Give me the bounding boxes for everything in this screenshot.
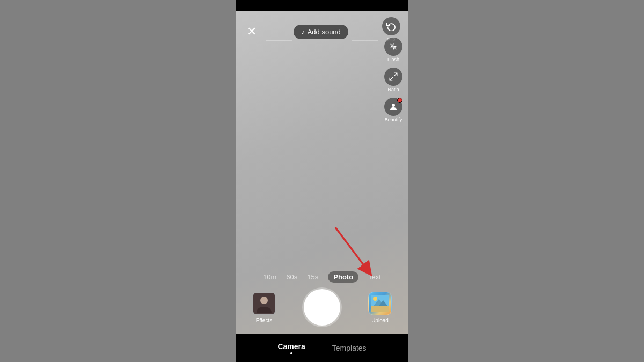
nav-active-dot <box>290 352 292 354</box>
upload-label: Upload <box>371 317 389 323</box>
upload-icon <box>368 292 392 315</box>
right-controls: Flash Ratio <box>384 38 402 127</box>
effects-thumbnail <box>252 292 276 315</box>
upload-button[interactable]: Upload <box>368 292 392 323</box>
mode-selector: 10m 60s 15s Photo Text <box>236 266 408 289</box>
beautify-label: Beautify <box>385 117 402 122</box>
camera-controls-row: Effects <box>236 289 408 334</box>
mode-10m[interactable]: 10m <box>263 273 276 281</box>
svg-line-3 <box>390 78 392 80</box>
camera-viewfinder: ✕ ♪ Add sound Flip <box>236 11 408 334</box>
ratio-icon <box>384 68 402 86</box>
effects-button[interactable]: Effects <box>252 292 276 323</box>
close-icon: ✕ <box>247 26 257 38</box>
camera-top-bar: ✕ ♪ Add sound Flip <box>236 11 408 50</box>
mode-photo[interactable]: Photo <box>328 271 358 283</box>
mode-15s[interactable]: 15s <box>307 273 318 281</box>
nav-camera-label: Camera <box>277 342 305 351</box>
flash-icon <box>384 38 402 56</box>
mode-text[interactable]: Text <box>368 273 381 281</box>
flip-icon <box>382 17 400 35</box>
svg-point-4 <box>392 104 395 107</box>
svg-point-8 <box>260 297 268 304</box>
svg-point-14 <box>373 297 377 301</box>
bottom-navigation: Camera Templates <box>236 334 408 362</box>
add-sound-button[interactable]: ♪ Add sound <box>294 25 348 39</box>
add-sound-label: Add sound <box>308 28 341 36</box>
flash-button[interactable]: Flash <box>384 38 402 62</box>
phone-container: ✕ ♪ Add sound Flip <box>236 0 408 362</box>
camera-bottom-controls: 10m 60s 15s Photo Text <box>236 266 408 334</box>
beautify-icon <box>384 98 402 116</box>
beautify-active-dot <box>397 98 402 103</box>
flash-label: Flash <box>387 57 399 62</box>
nav-templates[interactable]: Templates <box>332 344 367 352</box>
effects-label: Effects <box>256 317 272 323</box>
music-note-icon: ♪ <box>301 28 305 36</box>
svg-line-2 <box>394 73 397 76</box>
ratio-button[interactable]: Ratio <box>384 68 402 92</box>
shutter-button[interactable] <box>304 289 340 326</box>
beautify-button[interactable]: Beautify <box>384 98 402 122</box>
nav-camera[interactable]: Camera <box>277 342 305 354</box>
mode-60s[interactable]: 60s <box>286 273 297 281</box>
nav-templates-label: Templates <box>332 344 367 352</box>
svg-rect-11 <box>371 306 389 312</box>
close-button[interactable]: ✕ <box>244 24 260 40</box>
ratio-label: Ratio <box>387 87 399 92</box>
status-bar <box>236 0 408 11</box>
